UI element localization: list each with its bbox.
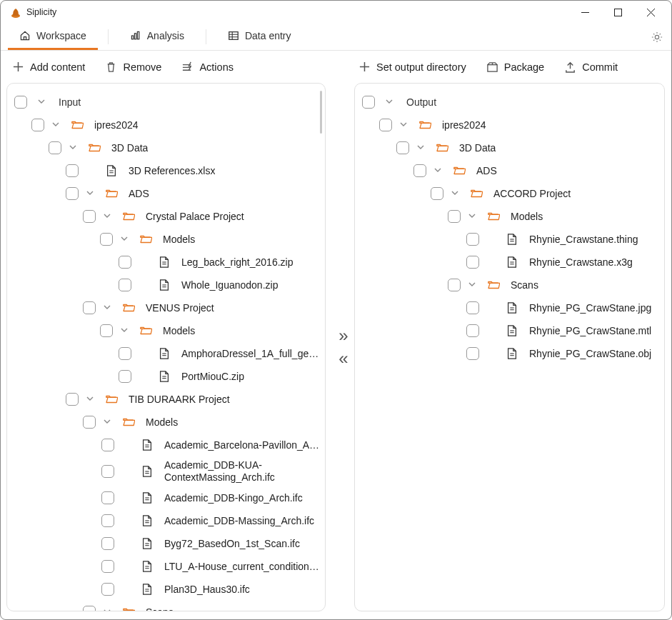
close-button[interactable] bbox=[634, 1, 667, 24]
tree-file[interactable]: Academic_DDB-Kingo_Arch.ifc bbox=[13, 486, 321, 509]
chevron-down-icon[interactable] bbox=[101, 213, 113, 220]
checkbox[interactable] bbox=[101, 491, 114, 504]
checkbox[interactable] bbox=[83, 606, 96, 611]
chevron-down-icon[interactable] bbox=[119, 327, 130, 334]
checkbox[interactable] bbox=[119, 370, 131, 383]
tree-folder-scans[interactable]: Scans bbox=[361, 274, 660, 296]
tree-folder-accord[interactable]: ACCORD Project bbox=[361, 182, 660, 205]
tree-folder-crystal[interactable]: Crystal Palace Project bbox=[13, 205, 321, 228]
chevron-down-icon[interactable] bbox=[101, 609, 113, 611]
tree-file[interactable]: Rhynie_PG_CrawStane.obj bbox=[361, 342, 660, 365]
tree-file[interactable]: LTU_A-House_current_conditions.ifc bbox=[13, 555, 321, 578]
chevron-down-icon[interactable] bbox=[432, 167, 443, 174]
chevron-down-icon[interactable] bbox=[398, 121, 409, 129]
tree-root-output[interactable]: Output bbox=[361, 91, 660, 114]
checkbox[interactable] bbox=[119, 279, 131, 291]
tree-folder-models[interactable]: Models bbox=[13, 319, 321, 342]
tree-folder-ads[interactable]: ADS bbox=[13, 182, 321, 205]
tree-folder-3d-data[interactable]: 3D Data bbox=[361, 136, 660, 159]
tree-root-input[interactable]: Input bbox=[13, 91, 321, 114]
checkbox[interactable] bbox=[101, 560, 114, 573]
tree-file[interactable]: Academic_Barcelona-Pavillon_Arch.ifc bbox=[13, 434, 321, 456]
add-content-button[interactable]: Add content bbox=[9, 58, 88, 76]
chevron-down-icon[interactable] bbox=[449, 190, 461, 197]
checkbox[interactable] bbox=[66, 393, 79, 406]
checkbox[interactable] bbox=[100, 324, 113, 337]
tab-workspace[interactable]: Workspace bbox=[8, 24, 98, 50]
tab-data-entry[interactable]: Data entry bbox=[216, 24, 303, 50]
move-right-button[interactable]: » bbox=[338, 327, 348, 344]
checkbox[interactable] bbox=[396, 141, 409, 154]
checkbox[interactable] bbox=[101, 537, 114, 550]
checkbox[interactable] bbox=[448, 210, 461, 223]
package-button[interactable]: Package bbox=[483, 58, 547, 76]
chevron-down-icon[interactable] bbox=[466, 281, 478, 289]
move-left-button[interactable]: « bbox=[338, 350, 348, 367]
checkbox[interactable] bbox=[119, 256, 131, 269]
tree-file[interactable]: AmphoraDressel_1A_full_geom.nxs bbox=[13, 342, 321, 365]
tree-file[interactable]: Rhynie_Crawstane.thing bbox=[361, 228, 660, 251]
minimize-button[interactable] bbox=[568, 1, 601, 24]
tree-file[interactable]: PortMiouC.zip bbox=[13, 365, 321, 388]
tree-folder-3d-data[interactable]: 3D Data bbox=[13, 136, 321, 159]
checkbox[interactable] bbox=[448, 279, 461, 291]
maximize-button[interactable] bbox=[601, 1, 634, 24]
checkbox[interactable] bbox=[119, 347, 131, 360]
tree-folder-scans[interactable]: Scans bbox=[13, 601, 321, 611]
tree-file[interactable]: Plan3D_Haus30.ifc bbox=[13, 578, 321, 601]
chevron-down-icon[interactable] bbox=[84, 396, 96, 403]
checkbox[interactable] bbox=[466, 324, 479, 337]
checkbox[interactable] bbox=[31, 119, 44, 131]
tree-file[interactable]: Rhynie_PG_CrawStane.jpg bbox=[361, 296, 660, 319]
tree-file[interactable]: Whole_Iguanodon.zip bbox=[13, 274, 321, 296]
chevron-down-icon[interactable] bbox=[50, 121, 61, 129]
checkbox[interactable] bbox=[431, 187, 443, 200]
tree-file[interactable]: Academic_DDB-Massing_Arch.ifc bbox=[13, 509, 321, 532]
checkbox[interactable] bbox=[413, 164, 426, 177]
remove-button[interactable]: Remove bbox=[102, 58, 164, 76]
tree-folder-ads[interactable]: ADS bbox=[361, 159, 660, 182]
checkbox[interactable] bbox=[101, 465, 114, 478]
tree-file[interactable]: Byg72_BasedOn_1st_Scan.ifc bbox=[13, 532, 321, 555]
tree-folder-models[interactable]: Models bbox=[361, 205, 660, 228]
tree-file[interactable]: Leg_back_right_2016.zip bbox=[13, 251, 321, 274]
settings-button[interactable] bbox=[643, 24, 671, 50]
checkbox[interactable] bbox=[466, 233, 479, 246]
checkbox[interactable] bbox=[83, 210, 96, 223]
chevron-down-icon[interactable] bbox=[119, 236, 130, 243]
tree-folder-models[interactable]: Models bbox=[13, 411, 321, 434]
checkbox[interactable] bbox=[100, 233, 113, 246]
tree-file[interactable]: Rhynie_PG_CrawStane.mtl bbox=[361, 319, 660, 342]
tree-folder-venus[interactable]: VENUS Project bbox=[13, 296, 321, 319]
tree-file[interactable]: Academic_DDB-KUA-ContextMassing_Arch.ifc bbox=[13, 456, 321, 486]
chevron-down-icon[interactable] bbox=[84, 190, 96, 197]
checkbox[interactable] bbox=[66, 187, 79, 200]
tree-folder-ipres[interactable]: ipres2024 bbox=[361, 114, 660, 136]
chevron-down-icon[interactable] bbox=[101, 304, 113, 311]
checkbox[interactable] bbox=[66, 164, 79, 177]
tab-analysis[interactable]: Analysis bbox=[119, 24, 196, 50]
checkbox[interactable] bbox=[101, 439, 114, 451]
checkbox[interactable] bbox=[362, 96, 375, 109]
checkbox[interactable] bbox=[466, 347, 479, 360]
commit-button[interactable]: Commit bbox=[561, 58, 621, 76]
checkbox[interactable] bbox=[101, 583, 114, 596]
set-output-button[interactable]: Set output directory bbox=[356, 58, 469, 76]
chevron-down-icon[interactable] bbox=[36, 99, 47, 106]
checkbox[interactable] bbox=[83, 416, 96, 429]
tree-folder-tib[interactable]: TIB DURAARK Project bbox=[13, 388, 321, 411]
tree-folder-models[interactable]: Models bbox=[13, 228, 321, 251]
checkbox[interactable] bbox=[379, 119, 392, 131]
chevron-down-icon[interactable] bbox=[101, 419, 113, 426]
tree-file[interactable]: 3D References.xlsx bbox=[13, 159, 321, 182]
tree-folder-ipres[interactable]: ipres2024 bbox=[13, 114, 321, 136]
checkbox[interactable] bbox=[101, 514, 114, 527]
chevron-down-icon[interactable] bbox=[67, 144, 79, 151]
checkbox[interactable] bbox=[14, 96, 27, 109]
chevron-down-icon[interactable] bbox=[415, 144, 426, 151]
checkbox[interactable] bbox=[49, 141, 61, 154]
chevron-down-icon[interactable] bbox=[383, 99, 395, 106]
checkbox[interactable] bbox=[466, 301, 479, 314]
checkbox[interactable] bbox=[466, 256, 479, 269]
checkbox[interactable] bbox=[83, 301, 96, 314]
